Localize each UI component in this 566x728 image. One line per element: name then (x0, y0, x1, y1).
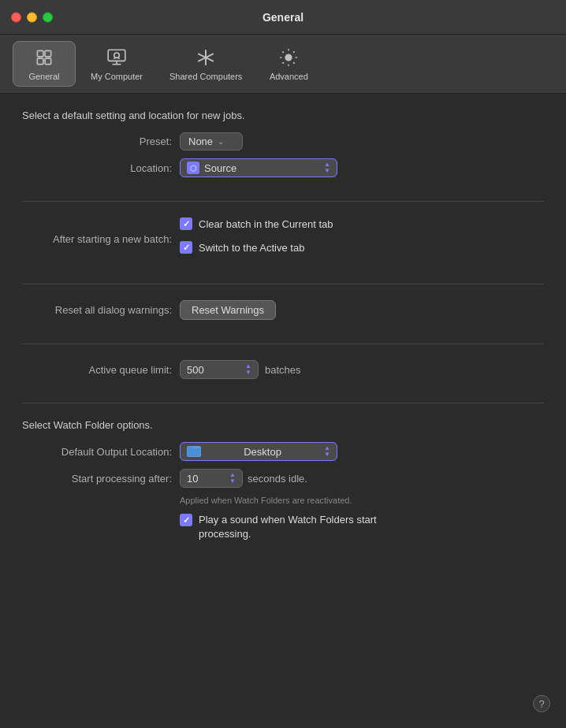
minimize-button[interactable] (27, 12, 37, 22)
output-location-row: Default Output Location: Desktop ▲ ▼ (22, 442, 544, 461)
svg-rect-1 (45, 50, 51, 57)
preset-control: None ⌄ (180, 132, 243, 150)
maximize-button[interactable] (43, 12, 53, 22)
clear-batch-row: ✓ Clear batch in the Current tab (180, 217, 333, 230)
svg-rect-2 (37, 58, 43, 65)
reset-warnings-control: Reset Warnings (180, 300, 276, 320)
reset-warnings-button[interactable]: Reset Warnings (180, 300, 276, 320)
gear-icon (277, 46, 300, 69)
svg-rect-3 (45, 58, 51, 65)
help-button[interactable]: ? (533, 695, 550, 712)
location-value: Source (204, 162, 319, 174)
svg-rect-4 (108, 50, 125, 61)
tab-general[interactable]: General (13, 41, 76, 87)
svg-rect-0 (37, 50, 43, 57)
preset-row: Preset: None ⌄ (22, 132, 544, 150)
after-batch-checkboxes: ✓ Clear batch in the Current tab ✓ Switc… (180, 217, 333, 260)
tab-general-label: General (28, 72, 59, 81)
preset-label: Preset: (22, 136, 180, 147)
clear-batch-checkmark: ✓ (183, 219, 190, 229)
tab-shared-computers[interactable]: Shared Computers (158, 41, 254, 87)
switch-active-checkbox[interactable]: ✓ (180, 241, 192, 254)
toolbar: General My Computer Shared Computers (0, 35, 566, 94)
start-processing-value: 10 (187, 473, 198, 485)
help-icon: ? (538, 698, 544, 710)
output-location-dropdown[interactable]: Desktop ▲ ▼ (180, 442, 337, 461)
watch-folder-title: Select Watch Folder options. (22, 419, 544, 431)
window-title: General (263, 11, 303, 24)
queue-limit-units: batches (265, 364, 301, 376)
preset-chevron-icon: ⌄ (218, 137, 224, 146)
start-processing-spinner[interactable]: 10 ▲ ▼ (180, 469, 243, 488)
location-dropdown[interactable]: ⬡ Source ▲ ▼ (180, 158, 337, 177)
switch-active-row: ✓ Switch to the Active tab (180, 241, 333, 254)
start-processing-arrows-icon: ▲ ▼ (229, 472, 236, 485)
queue-limit-row: Active queue limit: 500 ▲ ▼ batches (22, 360, 544, 379)
default-settings-title: Select a default setting and location fo… (22, 110, 544, 121)
clear-batch-checkbox[interactable]: ✓ (180, 217, 192, 230)
location-label: Location: (22, 162, 180, 174)
start-processing-control: 10 ▲ ▼ seconds idle. (180, 469, 307, 488)
preset-dropdown[interactable]: None ⌄ (180, 132, 243, 150)
tab-shared-computers-label: Shared Computers (169, 72, 242, 81)
switch-active-checkmark: ✓ (183, 243, 190, 253)
output-location-value: Desktop (244, 446, 281, 458)
tab-advanced[interactable]: Advanced (257, 41, 320, 87)
sound-row: ✓ Play a sound when Watch Folders start … (180, 513, 544, 541)
clear-batch-label: Clear batch in the Current tab (199, 218, 333, 230)
desktop-folder-icon (187, 446, 201, 457)
start-processing-label: Start processing after: (22, 473, 180, 485)
queue-limit-section: Active queue limit: 500 ▲ ▼ batches (22, 360, 544, 403)
location-control: ⬡ Source ▲ ▼ (180, 158, 337, 177)
general-icon (33, 46, 55, 69)
svg-rect-13 (188, 447, 192, 449)
computer-icon (106, 46, 128, 69)
output-location-control: Desktop ▲ ▼ (180, 442, 337, 461)
watch-folder-hint: Applied when Watch Folders are reactivat… (180, 496, 544, 505)
queue-limit-arrows-icon: ▲ ▼ (245, 363, 251, 376)
tab-my-computer-label: My Computer (91, 72, 143, 81)
output-location-label: Default Output Location: (22, 446, 180, 458)
location-row: Location: ⬡ Source ▲ ▼ (22, 158, 544, 177)
queue-limit-label: Active queue limit: (22, 364, 180, 376)
tab-advanced-label: Advanced (270, 72, 308, 81)
content-area: Select a default setting and location fo… (0, 94, 566, 596)
tab-my-computer[interactable]: My Computer (79, 41, 155, 87)
reset-warnings-section: Reset all dialog warnings: Reset Warning… (22, 300, 544, 344)
svg-point-11 (286, 54, 292, 61)
reset-warnings-row: Reset all dialog warnings: Reset Warning… (22, 300, 544, 320)
sound-label: Play a sound when Watch Folders start pr… (199, 513, 404, 541)
reset-warnings-label: Reset all dialog warnings: (22, 304, 180, 316)
after-batch-section: After starting a new batch: ✓ Clear batc… (22, 217, 544, 284)
asterisk-icon (195, 46, 217, 69)
queue-limit-spinner[interactable]: 500 ▲ ▼ (180, 360, 259, 379)
output-location-spinner-icon: ▲ ▼ (324, 445, 330, 458)
sound-checkmark: ✓ (183, 515, 190, 526)
after-batch-row: After starting a new batch: ✓ Clear batc… (22, 217, 544, 260)
after-batch-label: After starting a new batch: (22, 233, 180, 245)
sound-checkbox[interactable]: ✓ (180, 514, 192, 526)
preset-value: None (188, 136, 213, 147)
queue-limit-value: 500 (187, 364, 204, 376)
svg-rect-12 (188, 448, 200, 456)
title-bar: General (0, 0, 566, 35)
switch-active-label: Switch to the Active tab (199, 242, 304, 254)
location-spinner-icon: ▲ ▼ (324, 162, 330, 174)
location-folder-icon: ⬡ (187, 162, 199, 174)
close-button[interactable] (11, 12, 21, 22)
traffic-lights (11, 12, 53, 22)
start-processing-units: seconds idle. (248, 473, 307, 485)
watch-folder-section: Select Watch Folder options. Default Out… (22, 419, 544, 565)
start-processing-row: Start processing after: 10 ▲ ▼ seconds i… (22, 469, 544, 488)
queue-limit-control: 500 ▲ ▼ batches (180, 360, 301, 379)
default-settings-section: Select a default setting and location fo… (22, 110, 544, 202)
